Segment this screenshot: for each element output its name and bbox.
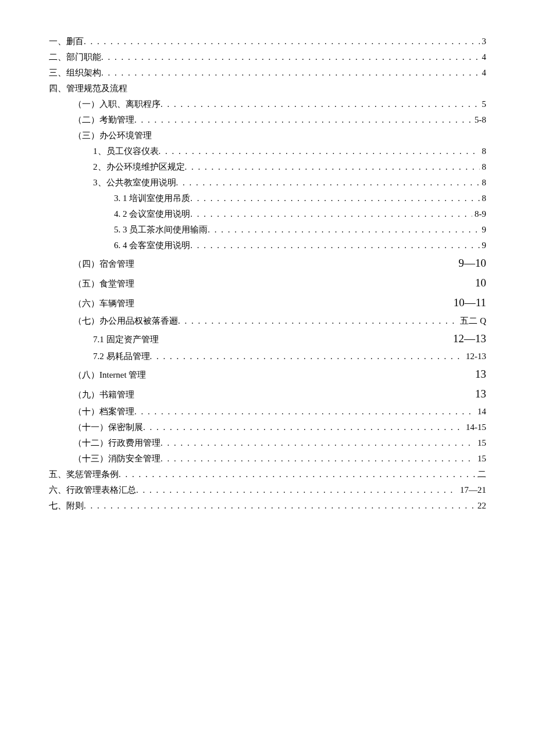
toc-row: 1、员工仪容仪表8	[49, 144, 486, 159]
toc-page-number: 8-9	[472, 206, 486, 222]
toc-row: 四、管理规范及流程	[49, 81, 486, 96]
toc-page-number: 9	[480, 222, 487, 238]
toc-page-number: 10	[473, 273, 486, 293]
toc-row: 七、附则22	[49, 498, 486, 514]
toc-leader	[134, 112, 472, 128]
toc-row: 3. 1 培训室使用吊质8	[49, 191, 486, 206]
toc-leader	[178, 313, 458, 329]
toc-label: 3、公共教室使用说明	[93, 175, 176, 191]
toc-row: （七）办公用品权被落香逦五二 Q	[49, 313, 486, 329]
toc-row: （五）食堂管理10	[49, 273, 486, 293]
toc-page-number: 9—10	[456, 253, 487, 273]
toc-label: （十）档案管理	[73, 404, 134, 420]
toc-label: 三、组织架构	[49, 65, 101, 81]
toc-label: 六、行政管理表格汇总	[49, 482, 136, 498]
toc-page-number: 15	[475, 435, 486, 451]
toc-leader	[84, 34, 480, 49]
toc-row: 5. 3 员工茶水间使用输雨9	[49, 222, 486, 238]
toc-leader	[160, 451, 475, 467]
toc-leader	[185, 159, 480, 175]
toc-leader	[150, 349, 464, 364]
toc-label: 1、员工仪容仪表	[93, 144, 159, 159]
toc-page-number: 14-15	[463, 420, 486, 435]
toc-page-number: 5-8	[472, 112, 486, 128]
toc-page-number: 5	[480, 96, 487, 112]
toc-row: （二）考勤管理5-8	[49, 112, 486, 128]
toc-leader	[119, 467, 475, 482]
toc-row: （十）档案管理14	[49, 404, 486, 420]
toc-label: （四）宿舍管理	[73, 256, 134, 272]
toc-leader	[159, 144, 480, 159]
toc-leader	[84, 498, 475, 514]
toc-leader	[134, 404, 475, 420]
toc-label: 四、管理规范及流程	[49, 81, 127, 96]
toc-row: （九）书籍管理13	[49, 384, 486, 404]
toc-label: 2、办公环境维护区规定	[93, 159, 185, 175]
toc-leader	[176, 175, 480, 191]
toc-label: （十三）消防安全管理	[73, 451, 160, 467]
toc-page-number: 五二 Q	[458, 313, 486, 329]
toc-label: （六）车辆管理	[73, 296, 134, 311]
toc-row: 7.2 易耗品管理12-13	[49, 349, 486, 364]
toc-page-number: 12—13	[451, 329, 486, 349]
toc-label: 5. 3 员工茶水间使用输雨	[114, 222, 208, 238]
toc-label: （十二）行政费用管理	[73, 435, 160, 451]
toc-label: （二）考勤管理	[73, 112, 134, 128]
toc-page-number: 12-13	[463, 349, 486, 364]
toc-leader	[101, 49, 480, 65]
toc-leader	[101, 65, 480, 81]
toc-page-number: 13	[473, 384, 486, 404]
toc-page-number: 9	[480, 238, 487, 253]
toc-row: （四）宿舍管理9—10	[49, 253, 486, 273]
toc-row: （一）入职、离职程序5	[49, 96, 486, 112]
toc-label: （三）办公环境管理	[73, 128, 152, 144]
toc-leader	[143, 420, 463, 435]
toc-leader	[190, 191, 479, 206]
toc-row: 六、行政管理表格汇总17—21	[49, 482, 486, 498]
toc-row: （十二）行政费用管理15	[49, 435, 486, 451]
toc-label: （十一）保密制展	[73, 420, 143, 435]
toc-page-number: 17—21	[458, 482, 486, 498]
toc-row: （十三）消防安全管理15	[49, 451, 486, 467]
toc-page-number: 4	[480, 65, 487, 81]
toc-page-number: 4	[480, 49, 487, 65]
toc-row: 三、组织架构4	[49, 65, 486, 81]
toc-row: 五、奖惩管理条例二	[49, 467, 486, 482]
toc-row: （八）Internet 管理13	[49, 364, 486, 384]
toc-row: （六）车辆管理10—11	[49, 293, 486, 313]
toc-label: （九）书籍管理	[73, 387, 134, 403]
toc-label: 五、奖惩管理条例	[49, 467, 119, 482]
toc-label: 3. 1 培训室使用吊质	[114, 191, 190, 206]
toc-page-number: 8	[480, 159, 487, 175]
toc-label: 七、附则	[49, 498, 84, 514]
toc-page-number: 8	[480, 175, 487, 191]
toc-label: 4. 2 会议室使用说明	[114, 206, 190, 222]
toc-page-number: 二	[475, 467, 486, 482]
toc-leader	[190, 206, 472, 222]
toc-leader	[136, 482, 458, 498]
toc-page-number: 22	[475, 498, 486, 514]
toc-label: 6. 4 会客室使用说明	[114, 238, 190, 253]
toc-row: 2、办公环境维护区规定8	[49, 159, 486, 175]
table-of-contents: 一、删百3二、部门职能4三、组织架构4四、管理规范及流程（一）入职、离职程序5（…	[49, 34, 486, 514]
toc-page-number: 8	[480, 144, 487, 159]
toc-row: 6. 4 会客室使用说明9	[49, 238, 486, 253]
toc-row: 3、公共教室使用说明8	[49, 175, 486, 191]
toc-page-number: 15	[475, 451, 486, 467]
toc-label: 7.2 易耗品管理	[93, 349, 150, 364]
toc-label: 一、删百	[49, 34, 84, 49]
toc-page-number: 10—11	[451, 293, 486, 313]
toc-page-number: 3	[480, 34, 487, 49]
toc-page-number: 14	[475, 404, 486, 420]
toc-row: 二、部门职能4	[49, 49, 486, 65]
toc-leader	[208, 222, 479, 238]
toc-row: （三）办公环境管理	[49, 128, 486, 144]
toc-leader	[190, 238, 479, 253]
toc-row: （十一）保密制展14-15	[49, 420, 486, 435]
toc-leader	[160, 435, 475, 451]
toc-row: 4. 2 会议室使用说明8-9	[49, 206, 486, 222]
toc-row: 7.1 固定资产管理12—13	[49, 329, 486, 349]
toc-label: （八）Internet 管理	[73, 367, 146, 383]
toc-label: 二、部门职能	[49, 49, 101, 65]
toc-label: （一）入职、离职程序	[73, 96, 160, 112]
